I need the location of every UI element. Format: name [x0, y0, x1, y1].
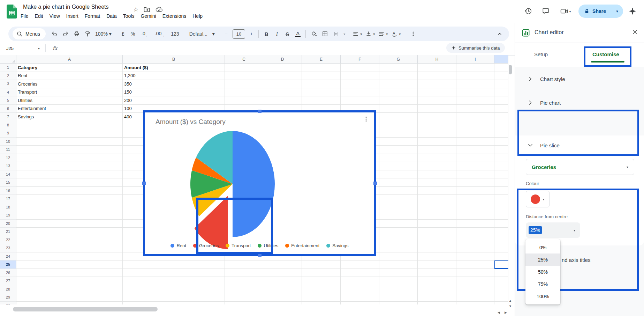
cell-H25[interactable]: [418, 260, 456, 269]
cell-H22[interactable]: [418, 236, 456, 244]
row-header-1[interactable]: 1: [0, 64, 16, 72]
cell-B29[interactable]: [123, 293, 225, 302]
cell-I24[interactable]: [456, 252, 494, 261]
increase-font-size-button[interactable]: +: [247, 31, 256, 37]
cell-I26[interactable]: [456, 269, 494, 277]
row-header-17[interactable]: 17: [0, 195, 16, 203]
font-size-input[interactable]: 10: [233, 29, 245, 39]
cell-B26[interactable]: [123, 269, 225, 277]
cell-G18[interactable]: [379, 203, 418, 212]
cell-G15[interactable]: [379, 178, 418, 187]
cell-G7[interactable]: [379, 113, 418, 121]
cell-A12[interactable]: [16, 154, 123, 162]
collapse-toolbar-icon[interactable]: [494, 29, 505, 39]
cell-G14[interactable]: [379, 170, 418, 179]
column-header-D[interactable]: D: [263, 55, 302, 64]
cell-C27[interactable]: [225, 277, 263, 285]
text-rotation-control[interactable]: A▾: [390, 31, 402, 37]
cell-H9[interactable]: [418, 129, 456, 138]
vertical-scrollbar[interactable]: [509, 65, 512, 74]
cell-F3[interactable]: [341, 80, 379, 88]
column-header-B[interactable]: B: [123, 55, 225, 64]
cell-H4[interactable]: [418, 88, 456, 97]
chart-more-options-icon[interactable]: [363, 116, 369, 122]
row-header-12[interactable]: 12: [0, 154, 16, 162]
paint-format-icon[interactable]: [83, 29, 93, 39]
cell-D2[interactable]: [263, 72, 302, 80]
undo-button[interactable]: [49, 29, 60, 39]
cell-G9[interactable]: [379, 129, 418, 138]
cell-I27[interactable]: [456, 277, 494, 285]
cell-H23[interactable]: [418, 244, 456, 252]
cell-A20[interactable]: [16, 220, 123, 228]
column-header-F[interactable]: F: [341, 55, 379, 64]
cell-J9[interactable]: [494, 129, 508, 138]
cell-A28[interactable]: [16, 285, 123, 294]
row-header-29[interactable]: 29: [0, 293, 16, 302]
column-header-I[interactable]: I: [456, 55, 494, 64]
cell-G25[interactable]: [379, 260, 418, 269]
horizontal-scrollbar[interactable]: [13, 307, 158, 311]
cell-J13[interactable]: [494, 162, 508, 170]
cell-E5[interactable]: [302, 96, 341, 105]
cell-E2[interactable]: [302, 72, 341, 80]
borders-icon[interactable]: [320, 29, 330, 39]
row-header-9[interactable]: 9: [0, 129, 16, 138]
cell-A29[interactable]: [16, 293, 123, 302]
italic-button[interactable]: I: [272, 31, 282, 37]
cell-H21[interactable]: [418, 228, 456, 236]
cell-J5[interactable]: [494, 96, 508, 105]
percent-format-button[interactable]: %: [128, 31, 138, 37]
cell-G28[interactable]: [379, 285, 418, 294]
row-header-28[interactable]: 28: [0, 285, 16, 294]
cell-A21[interactable]: [16, 228, 123, 236]
row-header-7[interactable]: 7: [0, 113, 16, 121]
row-header-5[interactable]: 5: [0, 96, 16, 105]
cell-E26[interactable]: [302, 269, 341, 277]
cell-A19[interactable]: [16, 211, 123, 220]
cell-J8[interactable]: [494, 121, 508, 130]
cell-D26[interactable]: [263, 269, 302, 277]
cell-A15[interactable]: [16, 178, 123, 187]
row-header-6[interactable]: 6: [0, 105, 16, 113]
cell-E1[interactable]: [302, 64, 341, 72]
legend-item-entertainment[interactable]: Entertainment: [285, 243, 319, 248]
cell-H27[interactable]: [418, 277, 456, 285]
cell-J18[interactable]: [494, 203, 508, 212]
legend-item-rent[interactable]: Rent: [171, 243, 186, 248]
cell-J16[interactable]: [494, 187, 508, 195]
row-header-24[interactable]: 24: [0, 252, 16, 261]
merge-cells-icon[interactable]: [331, 29, 341, 39]
cell-F25[interactable]: [341, 260, 379, 269]
cell-A23[interactable]: [16, 244, 123, 252]
cell-A18[interactable]: [16, 203, 123, 212]
cell-H1[interactable]: [418, 64, 456, 72]
cell-A1[interactable]: Category: [16, 64, 123, 72]
section-pie-slice[interactable]: Pie slice: [515, 138, 644, 152]
merge-cells-dropdown[interactable]: ▾: [343, 32, 345, 36]
cell-J7[interactable]: [494, 113, 508, 121]
more-options-icon[interactable]: [408, 29, 418, 39]
cell-I29[interactable]: [456, 293, 494, 302]
column-header-C[interactable]: C: [225, 55, 263, 64]
active-cell-J25[interactable]: [494, 260, 508, 269]
cell-H29[interactable]: [418, 293, 456, 302]
row-header-15[interactable]: 15: [0, 178, 16, 187]
menu-format[interactable]: Format: [82, 12, 103, 20]
cell-I20[interactable]: [456, 220, 494, 228]
cell-H7[interactable]: [418, 113, 456, 121]
cell-G8[interactable]: [379, 121, 418, 130]
cell-B27[interactable]: [123, 277, 225, 285]
decrease-font-size-button[interactable]: −: [222, 31, 230, 37]
cell-A4[interactable]: Transport: [16, 88, 123, 97]
text-wrap-control[interactable]: ▾: [377, 31, 389, 37]
cell-A9[interactable]: [16, 129, 123, 138]
cell-C1[interactable]: [225, 64, 263, 72]
cell-F27[interactable]: [341, 277, 379, 285]
cell-H10[interactable]: [418, 138, 456, 146]
legend-item-savings[interactable]: Savings: [326, 243, 348, 248]
zoom-control[interactable]: 100%▾: [94, 31, 113, 37]
gemini-sparkle-icon[interactable]: [627, 4, 638, 18]
cell-E29[interactable]: [302, 293, 341, 302]
cell-I5[interactable]: [456, 96, 494, 105]
